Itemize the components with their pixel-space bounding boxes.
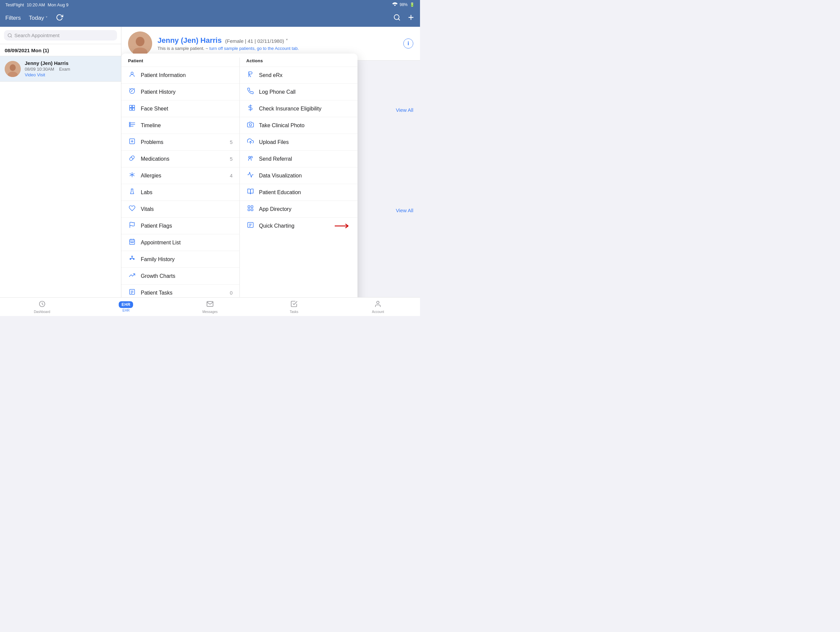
refresh-icon [56,14,63,23]
menu-item-problems[interactable]: Problems 5 [122,133,239,150]
svg-rect-15 [133,105,135,108]
svg-point-67 [377,301,379,303]
ehr-tab-label: EHR [122,309,129,312]
tab-account[interactable]: Account [336,298,420,316]
menu-item-vitals[interactable]: Vitals [122,201,239,217]
labs-label: Labs [141,190,223,195]
menu-item-upload-files[interactable]: Upload Files [240,133,358,150]
menu-item-appointment-list[interactable]: Appointment List [122,234,239,251]
svg-point-10 [136,37,144,46]
menu-item-face-sheet[interactable]: Face Sheet [122,100,239,117]
tab-bar: Dashboard EHR EHR Messages Tasks Account [0,297,420,316]
chevron-down-icon: ˅ [46,16,48,21]
growth-charts-label: Growth Charts [141,273,223,279]
dropdown-menu: Patient Patient Information Patient Hist… [122,54,357,297]
menu-item-patient-flags[interactable]: Patient Flags [122,217,239,234]
vitals-label: Vitals [141,206,223,212]
face-sheet-label: Face Sheet [141,106,223,112]
camera-icon [246,121,254,130]
svg-line-5 [11,36,12,37]
dollar-icon [246,105,254,113]
svg-rect-57 [248,206,250,208]
pill-icon [128,155,136,163]
menu-item-family-history[interactable]: Family History [122,251,239,268]
allergies-label: Allergies [141,173,223,179]
tab-dashboard[interactable]: Dashboard [0,298,84,316]
patient-demographics: (Female | 41 | 02/11/1980) ˅ [224,38,288,44]
svg-point-39 [133,242,134,243]
book-icon [246,188,254,196]
red-arrow-annotation [334,223,351,229]
patient-info: Jenny (Jen) Harris (Female | 41 | 02/11/… [158,36,398,51]
today-button[interactable]: Today ˅ [29,15,47,21]
search-input[interactable] [14,32,114,38]
log-phone-call-label: Log Phone Call [259,89,351,95]
history-icon [128,88,136,96]
status-bar: TestFlight 10:20 AM Mon Aug 9 98% 🔋 [0,0,420,10]
problems-label: Problems [141,139,223,145]
menu-item-data-visualization[interactable]: Data Visualization [240,167,358,184]
menu-item-patient-information[interactable]: Patient Information [122,67,239,83]
battery-icon: 🔋 [410,2,415,7]
tab-ehr[interactable]: EHR EHR [84,299,168,314]
add-button[interactable] [407,14,415,22]
menu-item-quick-charting[interactable]: Quick Charting [240,217,358,234]
asterisk-icon [128,171,136,180]
messages-icon [206,300,214,309]
svg-point-38 [132,242,133,243]
menu-item-allergies[interactable]: Allergies 4 [122,167,239,184]
info-button[interactable]: i [403,38,413,49]
svg-rect-20 [129,125,130,127]
menu-item-growth-charts[interactable]: Growth Charts [122,268,239,284]
rx-icon [246,71,254,79]
menu-item-medications[interactable]: Medications 5 [122,150,239,167]
patient-history-label: Patient History [141,89,223,95]
content-area: Jenny (Jen) Harris (Female | 41 | 02/11/… [122,27,420,297]
menu-item-patient-history[interactable]: Patient History [122,83,239,100]
apps-icon [246,205,254,213]
menu-item-patient-tasks[interactable]: Patient Tasks 0 [122,284,239,297]
date-label: Mon Aug 9 [48,2,69,7]
sidebar: 08/09/2021 Mon (1) Jenny (Jen) Harris 08… [0,27,122,297]
tab-messages[interactable]: Messages [168,298,252,316]
avatar [5,61,21,77]
svg-point-53 [249,124,251,126]
flag-icon [128,222,136,230]
status-left: TestFlight 10:20 AM Mon Aug 9 [5,2,69,7]
filters-button[interactable]: Filters [5,15,21,21]
account-tab-link[interactable]: turn off sample patients, go to the Acco… [209,46,299,51]
patient-column: Patient Patient Information Patient Hist… [122,54,239,297]
view-all-top[interactable]: View All [396,107,413,113]
send-referral-label: Send Referral [259,156,351,162]
svg-rect-60 [251,209,253,211]
svg-point-7 [10,64,16,71]
svg-line-1 [398,19,399,20]
menu-item-send-referral[interactable]: Send Referral [240,150,358,167]
menu-item-timeline[interactable]: Timeline [122,117,239,133]
quick-charting-label: Quick Charting [259,223,327,229]
menu-item-check-insurance[interactable]: Check Insurance Eligibility [240,100,358,117]
refresh-button[interactable] [56,14,63,23]
patient-information-label: Patient Information [141,72,223,78]
tasks-tab-label: Tasks [290,310,298,314]
search-input-wrap[interactable] [4,30,117,41]
tasks-tab-icon [290,300,298,309]
menu-item-send-erx[interactable]: Send eRx [240,67,358,83]
phone-icon [246,88,254,96]
svg-rect-19 [129,124,130,125]
appointment-list-label: Appointment List [141,240,223,246]
ehr-icon: EHR [119,301,133,308]
menu-item-labs[interactable]: Labs [122,184,239,201]
patient-flags-label: Patient Flags [141,223,223,229]
appointment-item[interactable]: Jenny (Jen) Harris 08/09 10:30AM Exam Vi… [0,56,121,82]
patient-sample-notice: This is a sample patient. ~ turn off sam… [158,46,398,51]
upload-icon [246,138,254,146]
app-directory-label: App Directory [259,206,351,212]
menu-item-log-phone-call[interactable]: Log Phone Call [240,83,358,100]
search-button[interactable] [393,14,401,22]
tab-tasks[interactable]: Tasks [252,298,336,316]
menu-item-app-directory[interactable]: App Directory [240,201,358,217]
menu-item-patient-education[interactable]: Patient Education [240,184,358,201]
view-all-bottom[interactable]: View All [396,207,413,214]
menu-item-take-photo[interactable]: Take Clinical Photo [240,117,358,133]
